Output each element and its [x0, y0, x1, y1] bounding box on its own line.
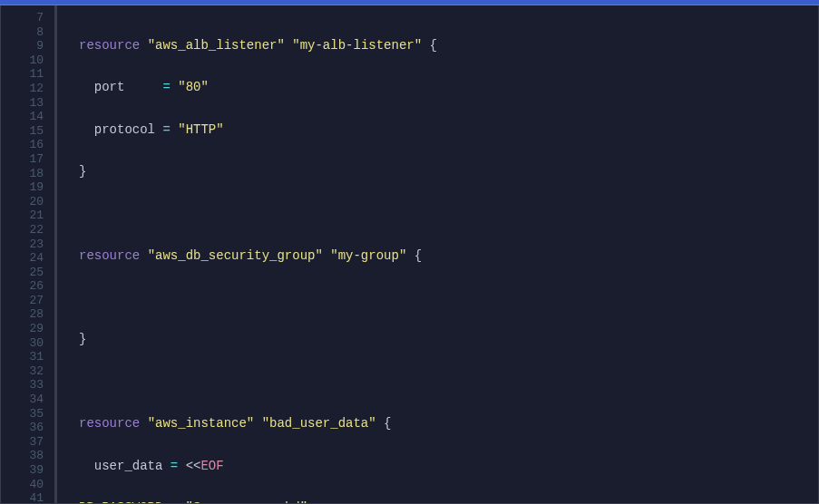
code-line[interactable] [79, 207, 818, 221]
line-number: 37 [1, 435, 44, 450]
line-number: 40 [1, 478, 44, 492]
line-number: 30 [1, 336, 44, 351]
line-number: 41 [1, 491, 44, 504]
line-number: 32 [1, 364, 44, 379]
line-number: 35 [1, 407, 44, 422]
line-number: 29 [1, 322, 44, 336]
line-number: 34 [1, 393, 44, 407]
code-line[interactable]: user_data = <<EOF [79, 460, 818, 474]
code-line[interactable]: port = "80" [79, 81, 818, 95]
line-number: 14 [1, 110, 44, 124]
code-line[interactable]: resource "aws_instance" "bad_user_data" … [79, 417, 818, 431]
line-number: 36 [1, 421, 44, 435]
line-number: 27 [1, 294, 44, 308]
line-number: 28 [1, 307, 44, 322]
code-line[interactable]: } [79, 165, 818, 179]
line-number: 39 [1, 463, 44, 478]
line-number-gutter: 7 8 9 10 11 12 13 14 15 16 17 18 19 20 2… [1, 5, 57, 503]
line-number: 38 [1, 449, 44, 463]
code-line[interactable] [79, 291, 818, 305]
code-line[interactable]: resource "aws_db_security_group" "my-gro… [79, 249, 818, 264]
line-number: 18 [1, 167, 44, 181]
line-number: 31 [1, 350, 44, 364]
line-number: 7 [1, 11, 44, 25]
line-number: 10 [1, 53, 44, 68]
line-number: 15 [1, 124, 44, 139]
line-number: 9 [1, 39, 44, 53]
code-line[interactable]: resource "aws_alb_listener" "my-alb-list… [79, 39, 818, 53]
line-number: 13 [1, 96, 44, 111]
line-number: 16 [1, 138, 44, 152]
line-number: 23 [1, 237, 44, 252]
line-number: 19 [1, 180, 44, 195]
line-number: 21 [1, 208, 44, 223]
line-number: 8 [1, 25, 44, 40]
code-line[interactable]: protocol = "HTTP" [79, 123, 818, 138]
line-number: 33 [1, 378, 44, 393]
line-number: 26 [1, 279, 44, 294]
code-line[interactable]: } [79, 333, 818, 347]
line-number: 24 [1, 251, 44, 266]
code-area[interactable]: resource "aws_alb_listener" "my-alb-list… [57, 5, 818, 503]
line-number: 11 [1, 67, 44, 82]
code-editor[interactable]: 7 8 9 10 11 12 13 14 15 16 17 18 19 20 2… [0, 5, 819, 504]
code-line[interactable] [79, 375, 818, 390]
code-line[interactable]: DB_PASSWORD = "Some passwprkd" [79, 501, 818, 503]
line-number: 17 [1, 152, 44, 167]
line-number: 25 [1, 266, 44, 280]
line-number: 20 [1, 195, 44, 209]
line-number: 22 [1, 223, 44, 237]
line-number: 12 [1, 82, 44, 96]
